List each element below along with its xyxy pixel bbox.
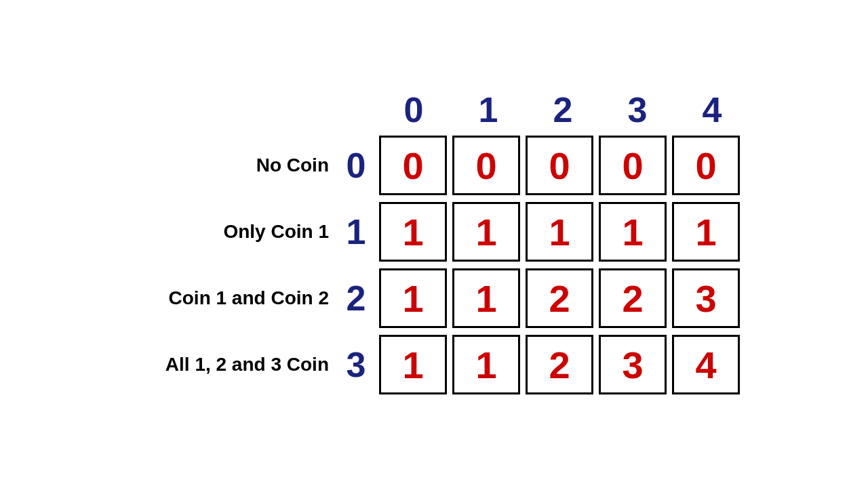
cell-value-1-3: 1	[622, 210, 643, 254]
col-header-4: 4	[675, 89, 749, 130]
col-header-0: 0	[376, 89, 451, 130]
cell-1-3: 1	[599, 202, 667, 262]
cell-2-0: 1	[379, 268, 447, 328]
cell-value-1-0: 1	[402, 210, 423, 254]
main-table: 01234 No Coin000000Only Coin 1111111Coin…	[119, 89, 749, 399]
cell-value-2-4: 3	[695, 277, 716, 321]
col-header-1: 1	[451, 89, 526, 130]
cell-3-3: 3	[599, 335, 667, 394]
cell-3-1: 1	[452, 335, 520, 394]
cell-value-0-3: 0	[622, 144, 643, 188]
row-index-2: 2	[336, 278, 376, 319]
cell-2-3: 2	[599, 268, 667, 328]
cell-3-2: 2	[526, 335, 593, 394]
col-header-3: 3	[600, 89, 675, 130]
cell-value-3-0: 1	[402, 343, 423, 387]
cell-0-0: 0	[379, 136, 447, 195]
cell-value-2-3: 2	[622, 277, 643, 321]
cell-value-3-1: 1	[475, 343, 496, 387]
cell-value-2-1: 1	[475, 277, 496, 321]
cell-value-0-2: 0	[549, 144, 570, 188]
cell-value-1-1: 1	[475, 210, 496, 254]
cell-value-2-2: 2	[549, 277, 570, 321]
row-index-1: 1	[336, 211, 376, 252]
column-headers: 01234	[119, 89, 749, 130]
row-label-1: Only Coin 1	[119, 221, 336, 243]
cell-0-1: 0	[452, 136, 520, 195]
cell-2-4: 3	[672, 268, 740, 328]
cell-2-2: 2	[526, 268, 593, 328]
row-index-0: 0	[336, 145, 376, 186]
cell-0-3: 0	[599, 136, 667, 195]
cell-value-0-1: 0	[475, 144, 496, 188]
cell-value-2-0: 1	[402, 277, 423, 321]
cell-value-3-4: 4	[695, 343, 716, 387]
cell-value-0-0: 0	[402, 144, 423, 188]
cell-1-4: 1	[672, 202, 740, 262]
cell-value-1-4: 1	[695, 210, 716, 254]
row-index-3: 3	[336, 344, 376, 385]
cell-value-0-4: 0	[695, 144, 716, 188]
cell-value-1-2: 1	[549, 210, 570, 254]
table-row-2: Coin 1 and Coin 2211223	[119, 266, 743, 331]
row-label-0: No Coin	[119, 155, 336, 176]
row-label-3: All 1, 2 and 3 Coin	[119, 354, 336, 375]
cell-3-0: 1	[379, 335, 447, 394]
table-row-0: No Coin000000	[119, 133, 743, 198]
cell-value-3-3: 3	[622, 343, 643, 387]
cell-2-1: 1	[452, 268, 520, 328]
table-row-3: All 1, 2 and 3 Coin311234	[119, 332, 743, 397]
row-label-2: Coin 1 and Coin 2	[119, 287, 336, 309]
cell-1-2: 1	[526, 202, 593, 262]
table-row-1: Only Coin 1111111	[119, 199, 743, 264]
cell-1-0: 1	[379, 202, 447, 262]
cell-1-1: 1	[452, 202, 520, 262]
cell-0-2: 0	[526, 136, 593, 195]
cell-0-4: 0	[672, 136, 740, 195]
cell-3-4: 4	[672, 335, 740, 394]
col-header-2: 2	[526, 89, 600, 130]
cell-value-3-2: 2	[549, 343, 570, 387]
